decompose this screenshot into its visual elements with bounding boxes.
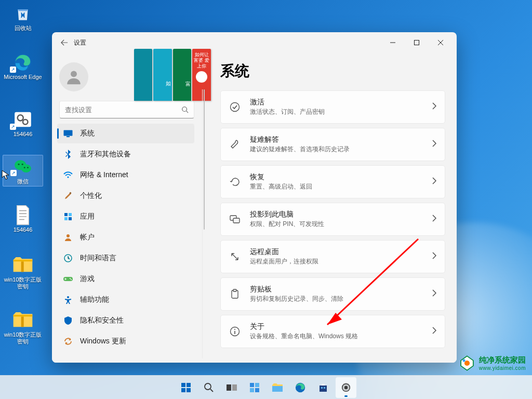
sidebar-item-bluetooth[interactable]: 蓝牙和其他设备 — [57, 144, 194, 164]
card-desc: 建议的疑难解答、首选项和历史记录 — [250, 145, 423, 154]
card-desc: 远程桌面用户，连接权限 — [250, 257, 423, 266]
taskbar-search[interactable] — [198, 377, 219, 398]
sidebar-item-personalize[interactable]: 个性化 — [57, 186, 194, 206]
card-troubleshoot[interactable]: 疑难解答建议的疑难解答、首选项和历史记录 — [220, 128, 445, 161]
chevron-right-icon — [432, 252, 436, 261]
sidebar-item-gaming[interactable]: 游戏 — [57, 269, 194, 289]
search-icon — [181, 106, 189, 113]
svg-rect-47 — [250, 383, 254, 387]
minimize-button[interactable] — [381, 34, 405, 51]
svg-point-23 — [66, 234, 70, 237]
wrench-icon — [229, 139, 241, 150]
card-desc: 剪切和复制历史记录、同步、清除 — [250, 295, 423, 303]
chevron-right-icon — [432, 327, 436, 336]
nav-label: 蓝牙和其他设备 — [80, 150, 131, 159]
taskbar-start[interactable] — [176, 377, 196, 398]
card-desc: 激活状态、订阅、产品密钥 — [250, 108, 423, 116]
taskbar-explorer[interactable] — [267, 377, 288, 398]
settings-window: 设置 如 富 如何让 富婆 爱上你 系统 蓝牙和其他设备 — [52, 32, 457, 363]
apps-icon — [63, 212, 73, 221]
nav-label: 应用 — [80, 212, 95, 221]
shortcut-arrow-icon: ↗ — [10, 66, 16, 73]
sidebar-item-time[interactable]: 时间和语言 — [57, 248, 194, 268]
taskbar[interactable] — [0, 375, 532, 399]
taskbar-widgets[interactable] — [244, 377, 265, 398]
info-icon — [229, 326, 241, 337]
sidebar-item-accessibility[interactable]: 辅助功能 — [57, 290, 194, 310]
sidebar-item-network[interactable]: 网络 & Internet — [57, 165, 194, 185]
card-project[interactable]: 投影到此电脑权限、配对 PIN、可发现性 — [220, 203, 445, 236]
sidebar-item-system[interactable]: 系统 — [57, 124, 194, 143]
nav-label: 个性化 — [80, 191, 102, 201]
svg-rect-22 — [69, 217, 72, 220]
nav-scrollbar[interactable] — [204, 89, 205, 358]
card-title: 投影到此电脑 — [250, 210, 423, 219]
svg-rect-20 — [69, 213, 72, 216]
shortcut-arrow-icon: ↗ — [10, 124, 16, 130]
svg-point-44 — [205, 383, 211, 390]
shield-icon — [63, 316, 73, 325]
svg-rect-49 — [250, 388, 254, 392]
wifi-icon — [63, 170, 73, 180]
taskbar-settings[interactable] — [336, 377, 356, 398]
svg-rect-43 — [187, 388, 191, 392]
desktop-icon-text[interactable]: 154646 — [3, 205, 43, 233]
nav-label: 时间和语言 — [80, 254, 116, 263]
desktop-icon-label: 回收站 — [15, 25, 32, 32]
card-title: 剪贴板 — [250, 285, 423, 294]
svg-point-13 — [71, 71, 77, 77]
app-title: 设置 — [74, 38, 86, 47]
desktop-icon-batch[interactable]: ↗ 154646 — [3, 109, 43, 138]
watermark-url: www.yidaimei.com — [479, 365, 526, 371]
close-button[interactable] — [429, 34, 453, 51]
nav-list: 系统 蓝牙和其他设备 网络 & Internet 个性化 应用 帐户 时间和语言… — [54, 124, 200, 363]
card-recovery[interactable]: 恢复重置、高级启动、返回 — [220, 165, 445, 198]
card-clipboard[interactable]: 剪贴板剪切和复制历史记录、同步、清除 — [220, 277, 445, 311]
svg-rect-16 — [66, 136, 70, 137]
shortcut-arrow-icon: ↗ — [10, 170, 17, 176]
desktop-icon-recycle-bin[interactable]: 回收站 — [3, 3, 43, 32]
svg-point-38 — [464, 361, 470, 366]
card-title: 恢复 — [250, 172, 423, 182]
desktop-icon-edge[interactable]: ↗ Microsoft Edge — [3, 52, 43, 81]
svg-rect-10 — [21, 261, 24, 272]
svg-point-8 — [24, 167, 25, 168]
history-icon — [229, 177, 241, 187]
sidebar-item-apps[interactable]: 应用 — [57, 207, 194, 227]
desktop-icon-label: Microsoft Edge — [4, 74, 42, 81]
taskbar-store[interactable] — [313, 377, 334, 398]
search-input[interactable] — [65, 106, 181, 114]
svg-rect-40 — [181, 383, 185, 387]
svg-point-28 — [67, 296, 69, 298]
sidebar-item-update[interactable]: Windows 更新 — [57, 331, 194, 351]
card-title: 远程桌面 — [250, 247, 423, 257]
svg-rect-15 — [64, 130, 73, 136]
maximize-button[interactable] — [405, 34, 429, 51]
svg-rect-33 — [233, 289, 236, 291]
card-about[interactable]: 关于设备规格、重命名电脑、Windows 规格 — [220, 315, 445, 348]
sidebar-item-privacy[interactable]: 隐私和安全性 — [57, 311, 194, 330]
taskbar-edge[interactable] — [290, 377, 311, 398]
search-box[interactable] — [59, 101, 194, 118]
svg-rect-46 — [232, 384, 237, 391]
page-title: 系统 — [220, 61, 445, 81]
nav-label: 网络 & Internet — [80, 170, 128, 180]
cast-icon — [229, 215, 241, 223]
back-button[interactable] — [56, 34, 73, 51]
title-bar[interactable]: 设置 — [52, 32, 457, 53]
update-icon — [63, 337, 73, 346]
desktop-icon-zip1[interactable]: win10数字正版密钥 — [3, 255, 43, 290]
chevron-right-icon — [432, 177, 436, 187]
nav-label: 辅助功能 — [80, 295, 109, 304]
sidebar-item-accounts[interactable]: 帐户 — [57, 228, 194, 247]
text-file-icon — [12, 205, 33, 225]
card-remote[interactable]: 远程桌面远程桌面用户，连接权限 — [220, 240, 445, 273]
taskbar-taskview[interactable] — [221, 377, 242, 398]
main-content: 系统 激活激活状态、订阅、产品密钥 疑难解答建议的疑难解答、首选项和历史记录 恢… — [202, 53, 457, 363]
card-title: 激活 — [250, 98, 423, 107]
card-activation[interactable]: 激活激活状态、订阅、产品密钥 — [220, 90, 445, 124]
desktop-icon-zip2[interactable]: win10数字正版密钥 — [3, 310, 43, 345]
avatar — [59, 62, 88, 91]
profile-books-image: 如 富 如何让 富婆 爱上你 — [134, 44, 211, 101]
clipboard-icon — [229, 289, 241, 299]
